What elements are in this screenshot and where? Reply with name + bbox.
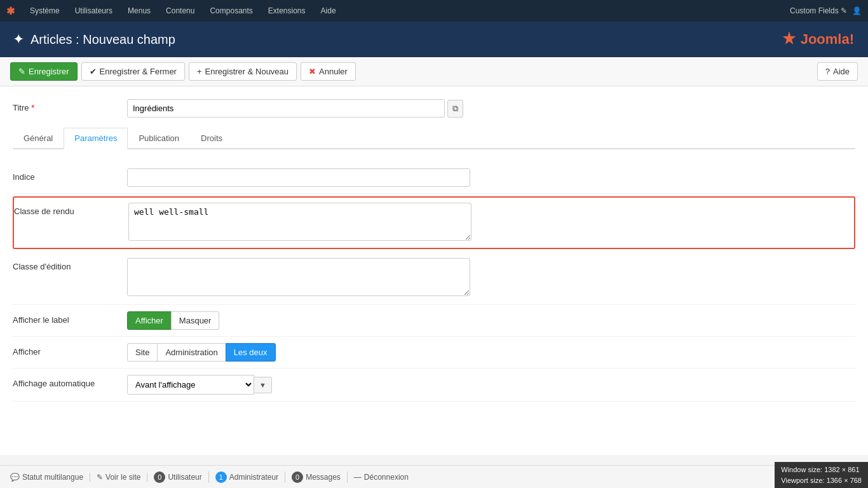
indice-field-row: Indice	[13, 162, 855, 194]
cancel-button[interactable]: ✖ Annuler	[301, 62, 356, 81]
afficher-field-label: Afficher	[13, 343, 127, 356]
affichage-auto-select-wrap: Avant l'affichageAprès l'affichageDésact…	[127, 375, 855, 395]
select-arrow-btn[interactable]: ▼	[254, 377, 272, 393]
indice-field	[127, 168, 855, 187]
afficher-btngroup: Site Administration Les deux	[127, 343, 855, 362]
page-title-text: Articles : Nouveau champ	[31, 32, 175, 47]
main-content: Titre * ⧉ Général Paramètres Publication…	[0, 86, 868, 455]
joomla-brand: Joomla!	[779, 29, 855, 50]
afficher-label-label: Afficher le label	[13, 311, 127, 325]
topbar-right: Custom Fields ✎ 👤	[790, 6, 862, 15]
affichage-auto-row: Affichage automatique Avant l'affichageA…	[13, 369, 855, 402]
classe-rendu-label: Classe de rendu	[14, 203, 128, 216]
top-menu: Système Utilisateurs Menus Contenu Compo…	[22, 0, 790, 22]
tabs-nav: Général Paramètres Publication Droits	[13, 128, 855, 149]
save-icon: ✎	[18, 67, 25, 76]
save-close-button[interactable]: ✔ Enregistrer & Fermer	[81, 62, 185, 81]
save-button[interactable]: ✎ Enregistrer	[10, 62, 78, 81]
menu-utilisateurs[interactable]: Utilisateurs	[67, 0, 120, 22]
top-navbar: ✱ Système Utilisateurs Menus Contenu Com…	[0, 0, 868, 22]
classe-edition-row: Classe d'édition	[13, 252, 855, 305]
custom-fields-link[interactable]: Custom Fields ✎	[790, 6, 847, 15]
tab-parametres[interactable]: Paramètres	[64, 128, 128, 149]
toolbar: ✎ Enregistrer ✔ Enregistrer & Fermer + E…	[0, 57, 868, 86]
help-button[interactable]: ? Aide	[817, 62, 858, 81]
classe-edition-textarea[interactable]	[127, 258, 470, 296]
menu-menus[interactable]: Menus	[120, 0, 158, 22]
classe-rendu-field: well well-small	[128, 203, 854, 243]
save-new-button[interactable]: + Enregistrer & Nouveau	[189, 62, 297, 81]
menu-composants[interactable]: Composants	[202, 0, 260, 22]
cancel-icon: ✖	[309, 67, 316, 76]
joomla-text: Joomla!	[801, 31, 854, 48]
affichage-auto-field: Avant l'affichageAprès l'affichageDésact…	[127, 375, 855, 395]
title-input[interactable]	[127, 99, 445, 118]
afficher-label-show-button[interactable]: Afficher	[127, 311, 172, 330]
menu-systeme[interactable]: Système	[22, 0, 67, 22]
classe-edition-field	[127, 258, 855, 298]
classe-rendu-textarea[interactable]: well well-small	[128, 203, 471, 241]
tab-general[interactable]: Général	[13, 128, 64, 149]
afficher-site-button[interactable]: Site	[127, 343, 158, 362]
affichage-auto-label: Affichage automatique	[13, 375, 127, 388]
afficher-administration-button[interactable]: Administration	[157, 343, 226, 362]
plus-icon: +	[197, 67, 202, 76]
classe-rendu-row: Classe de rendu well well-small	[13, 196, 855, 249]
title-input-wrap: ⧉	[127, 99, 855, 118]
tab-droits[interactable]: Droits	[190, 128, 233, 149]
page-title: ✦ Articles : Nouveau champ	[13, 31, 175, 48]
afficher-label-row: Afficher le label Afficher Masquer	[13, 305, 855, 337]
copy-icon[interactable]: ⧉	[447, 100, 463, 118]
afficher-field: Site Administration Les deux	[127, 343, 855, 362]
afficher-les-deux-button[interactable]: Les deux	[226, 343, 276, 362]
afficher-row: Afficher Site Administration Les deux	[13, 337, 855, 369]
menu-aide[interactable]: Aide	[313, 0, 344, 22]
menu-contenu[interactable]: Contenu	[158, 0, 202, 22]
joomla-icon	[779, 29, 799, 50]
menu-extensions[interactable]: Extensions	[261, 0, 313, 22]
tab-publication[interactable]: Publication	[128, 128, 190, 149]
title-field-row: Titre * ⧉	[13, 99, 855, 118]
puzzle-icon: ✦	[13, 31, 24, 48]
indice-label: Indice	[13, 168, 127, 182]
afficher-label-field: Afficher Masquer	[127, 311, 855, 330]
afficher-label-hide-button[interactable]: Masquer	[171, 311, 220, 330]
page-header: ✦ Articles : Nouveau champ Joomla!	[0, 22, 868, 57]
affichage-auto-select[interactable]: Avant l'affichageAprès l'affichageDésact…	[127, 375, 254, 395]
user-icon[interactable]: 👤	[852, 6, 862, 15]
title-label: Titre *	[13, 99, 127, 112]
indice-input[interactable]	[127, 168, 470, 187]
required-marker: *	[31, 103, 34, 112]
help-icon: ?	[825, 67, 830, 76]
joomla-logo-small: ✱	[6, 5, 15, 17]
afficher-label-btngroup: Afficher Masquer	[127, 311, 855, 330]
classe-edition-label: Classe d'édition	[13, 258, 127, 271]
checkmark-icon: ✔	[90, 67, 97, 76]
